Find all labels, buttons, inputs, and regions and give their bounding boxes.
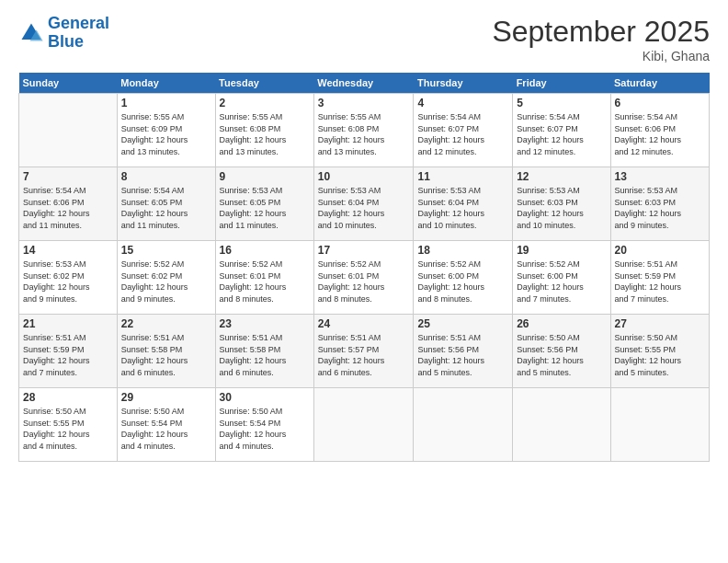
day-number: 10 bbox=[318, 170, 410, 183]
day-number: 8 bbox=[121, 170, 211, 183]
day-info: Sunrise: 5:50 AM Sunset: 5:54 PM Dayligh… bbox=[121, 406, 211, 452]
calendar-cell: 22Sunrise: 5:51 AM Sunset: 5:58 PM Dayli… bbox=[117, 315, 215, 388]
day-info: Sunrise: 5:52 AM Sunset: 6:01 PM Dayligh… bbox=[220, 259, 310, 304]
calendar-week-row: 21Sunrise: 5:51 AM Sunset: 5:59 PM Dayli… bbox=[19, 315, 710, 388]
day-info: Sunrise: 5:51 AM Sunset: 5:59 PM Dayligh… bbox=[23, 332, 113, 378]
calendar-cell: 7Sunrise: 5:54 AM Sunset: 6:06 PM Daylig… bbox=[19, 167, 118, 241]
calendar-cell: 20Sunrise: 5:51 AM Sunset: 5:59 PM Dayli… bbox=[610, 241, 710, 315]
day-info: Sunrise: 5:53 AM Sunset: 6:02 PM Dayligh… bbox=[23, 259, 113, 304]
calendar-cell: 14Sunrise: 5:53 AM Sunset: 6:02 PM Dayli… bbox=[19, 241, 118, 315]
day-info: Sunrise: 5:50 AM Sunset: 5:55 PM Dayligh… bbox=[23, 406, 113, 452]
day-number: 14 bbox=[23, 244, 113, 257]
calendar-cell: 12Sunrise: 5:53 AM Sunset: 6:03 PM Dayli… bbox=[513, 167, 610, 241]
day-info: Sunrise: 5:54 AM Sunset: 6:07 PM Dayligh… bbox=[417, 111, 508, 157]
day-info: Sunrise: 5:50 AM Sunset: 5:54 PM Dayligh… bbox=[220, 406, 310, 452]
day-number: 5 bbox=[517, 97, 606, 109]
day-info: Sunrise: 5:51 AM Sunset: 5:57 PM Dayligh… bbox=[318, 332, 410, 378]
calendar-cell bbox=[610, 388, 710, 462]
day-info: Sunrise: 5:51 AM Sunset: 5:59 PM Dayligh… bbox=[615, 259, 706, 304]
col-monday: Monday bbox=[117, 73, 215, 94]
day-number: 9 bbox=[220, 170, 310, 183]
day-number: 28 bbox=[23, 391, 113, 404]
day-number: 19 bbox=[517, 244, 606, 257]
day-number: 30 bbox=[220, 391, 310, 404]
day-info: Sunrise: 5:53 AM Sunset: 6:05 PM Dayligh… bbox=[220, 185, 310, 231]
title-block: September 2025 Kibi, Ghana bbox=[492, 15, 710, 63]
calendar-cell bbox=[513, 388, 610, 462]
day-info: Sunrise: 5:52 AM Sunset: 6:01 PM Dayligh… bbox=[318, 259, 410, 304]
day-info: Sunrise: 5:53 AM Sunset: 6:03 PM Dayligh… bbox=[615, 185, 706, 231]
calendar-body: 1Sunrise: 5:55 AM Sunset: 6:09 PM Daylig… bbox=[19, 94, 710, 462]
page: General Blue September 2025 Kibi, Ghana … bbox=[0, 0, 728, 563]
calendar-week-row: 7Sunrise: 5:54 AM Sunset: 6:06 PM Daylig… bbox=[19, 167, 710, 241]
location-subtitle: Kibi, Ghana bbox=[492, 49, 710, 63]
month-title: September 2025 bbox=[492, 15, 710, 49]
col-tuesday: Tuesday bbox=[215, 73, 313, 94]
calendar-cell: 2Sunrise: 5:55 AM Sunset: 6:08 PM Daylig… bbox=[215, 94, 313, 167]
logo-line1: General bbox=[48, 14, 109, 32]
day-info: Sunrise: 5:53 AM Sunset: 6:04 PM Dayligh… bbox=[318, 185, 410, 231]
calendar-week-row: 14Sunrise: 5:53 AM Sunset: 6:02 PM Dayli… bbox=[19, 241, 710, 315]
day-info: Sunrise: 5:53 AM Sunset: 6:03 PM Dayligh… bbox=[517, 185, 606, 231]
calendar-cell: 26Sunrise: 5:50 AM Sunset: 5:56 PM Dayli… bbox=[513, 315, 610, 388]
calendar-cell: 28Sunrise: 5:50 AM Sunset: 5:55 PM Dayli… bbox=[19, 388, 118, 462]
day-info: Sunrise: 5:51 AM Sunset: 5:58 PM Dayligh… bbox=[220, 332, 310, 378]
day-number: 1 bbox=[121, 97, 211, 109]
day-number: 22 bbox=[121, 317, 211, 330]
calendar-cell: 21Sunrise: 5:51 AM Sunset: 5:59 PM Dayli… bbox=[19, 315, 118, 388]
calendar-cell: 30Sunrise: 5:50 AM Sunset: 5:54 PM Dayli… bbox=[215, 388, 313, 462]
header: General Blue September 2025 Kibi, Ghana bbox=[18, 15, 710, 63]
calendar-cell: 18Sunrise: 5:52 AM Sunset: 6:00 PM Dayli… bbox=[414, 241, 513, 315]
day-number: 2 bbox=[220, 97, 310, 109]
calendar-week-row: 28Sunrise: 5:50 AM Sunset: 5:55 PM Dayli… bbox=[19, 388, 710, 462]
day-number: 17 bbox=[318, 244, 410, 257]
calendar-table: Sunday Monday Tuesday Wednesday Thursday… bbox=[18, 73, 710, 462]
calendar-cell: 1Sunrise: 5:55 AM Sunset: 6:09 PM Daylig… bbox=[117, 94, 215, 167]
day-number: 29 bbox=[121, 391, 211, 404]
day-number: 11 bbox=[417, 170, 508, 183]
calendar-cell: 16Sunrise: 5:52 AM Sunset: 6:01 PM Dayli… bbox=[215, 241, 313, 315]
day-info: Sunrise: 5:52 AM Sunset: 6:02 PM Dayligh… bbox=[121, 259, 211, 304]
day-info: Sunrise: 5:54 AM Sunset: 6:05 PM Dayligh… bbox=[121, 185, 211, 231]
calendar-cell: 11Sunrise: 5:53 AM Sunset: 6:04 PM Dayli… bbox=[414, 167, 513, 241]
logo-line2: Blue bbox=[48, 32, 84, 51]
calendar-cell: 3Sunrise: 5:55 AM Sunset: 6:08 PM Daylig… bbox=[313, 94, 414, 167]
logo-icon bbox=[18, 20, 44, 46]
calendar-cell bbox=[313, 388, 414, 462]
day-number: 3 bbox=[318, 97, 410, 109]
calendar-cell: 23Sunrise: 5:51 AM Sunset: 5:58 PM Dayli… bbox=[215, 315, 313, 388]
day-number: 21 bbox=[23, 317, 113, 330]
calendar-header-row: Sunday Monday Tuesday Wednesday Thursday… bbox=[19, 73, 710, 94]
day-info: Sunrise: 5:51 AM Sunset: 5:58 PM Dayligh… bbox=[121, 332, 211, 378]
day-info: Sunrise: 5:55 AM Sunset: 6:08 PM Dayligh… bbox=[318, 111, 410, 157]
day-number: 16 bbox=[220, 244, 310, 257]
day-number: 15 bbox=[121, 244, 211, 257]
col-sunday: Sunday bbox=[19, 73, 118, 94]
logo: General Blue bbox=[18, 15, 109, 52]
day-info: Sunrise: 5:50 AM Sunset: 5:55 PM Dayligh… bbox=[615, 332, 706, 378]
day-number: 23 bbox=[220, 317, 310, 330]
col-wednesday: Wednesday bbox=[313, 73, 414, 94]
col-saturday: Saturday bbox=[610, 73, 710, 94]
day-number: 4 bbox=[417, 97, 508, 109]
calendar-cell: 19Sunrise: 5:52 AM Sunset: 6:00 PM Dayli… bbox=[513, 241, 610, 315]
day-number: 27 bbox=[615, 317, 706, 330]
day-number: 12 bbox=[517, 170, 606, 183]
day-info: Sunrise: 5:52 AM Sunset: 6:00 PM Dayligh… bbox=[517, 259, 606, 304]
day-info: Sunrise: 5:53 AM Sunset: 6:04 PM Dayligh… bbox=[417, 185, 508, 231]
day-number: 6 bbox=[615, 97, 706, 109]
calendar-cell bbox=[19, 94, 118, 167]
day-info: Sunrise: 5:54 AM Sunset: 6:07 PM Dayligh… bbox=[517, 111, 606, 157]
day-info: Sunrise: 5:55 AM Sunset: 6:08 PM Dayligh… bbox=[220, 111, 310, 157]
calendar-cell: 17Sunrise: 5:52 AM Sunset: 6:01 PM Dayli… bbox=[313, 241, 414, 315]
calendar-cell: 15Sunrise: 5:52 AM Sunset: 6:02 PM Dayli… bbox=[117, 241, 215, 315]
col-friday: Friday bbox=[513, 73, 610, 94]
calendar-cell: 29Sunrise: 5:50 AM Sunset: 5:54 PM Dayli… bbox=[117, 388, 215, 462]
calendar-cell: 10Sunrise: 5:53 AM Sunset: 6:04 PM Dayli… bbox=[313, 167, 414, 241]
calendar-cell: 13Sunrise: 5:53 AM Sunset: 6:03 PM Dayli… bbox=[610, 167, 710, 241]
day-info: Sunrise: 5:52 AM Sunset: 6:00 PM Dayligh… bbox=[417, 259, 508, 304]
day-number: 20 bbox=[615, 244, 706, 257]
calendar-cell: 5Sunrise: 5:54 AM Sunset: 6:07 PM Daylig… bbox=[513, 94, 610, 167]
day-info: Sunrise: 5:55 AM Sunset: 6:09 PM Dayligh… bbox=[121, 111, 211, 157]
day-number: 25 bbox=[417, 317, 508, 330]
